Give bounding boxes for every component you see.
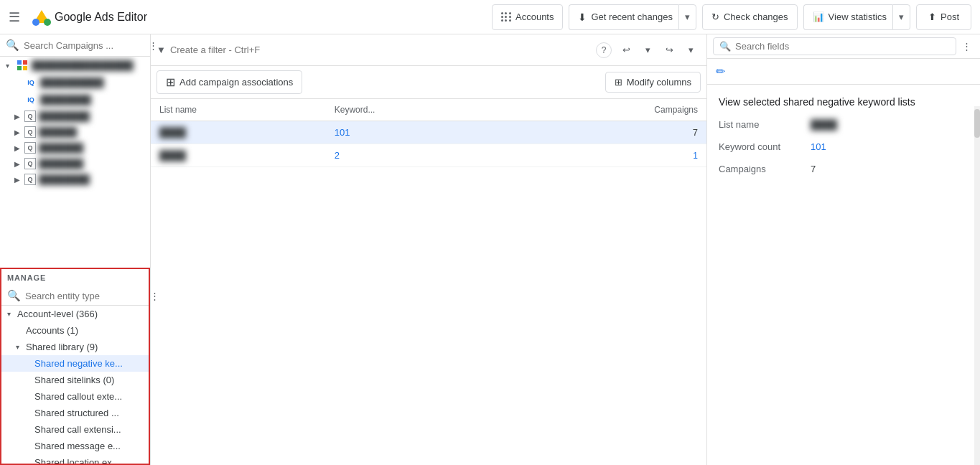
cell-keyword-count: 101 (326, 121, 512, 144)
field-list-name-label: List name (719, 119, 805, 130)
manage-shared-sitelinks[interactable]: Shared sitelinks (0) (1, 372, 149, 388)
cell-list-name: ████ (151, 144, 326, 167)
table-header: List name Keyword... Campaigns (151, 99, 706, 121)
manage-item-label: Account-level (366) (17, 309, 98, 319)
filter-icon: ▼ (157, 44, 166, 55)
manage-shared-library[interactable]: ▾ Shared library (9) (1, 339, 149, 355)
center-content: ▼ ? ↩ ▾ ↪ ▾ ⊞ Add campaign associations … (151, 34, 707, 465)
table-row[interactable]: ████ 2 1 (151, 144, 706, 167)
right-search-input[interactable] (735, 41, 950, 52)
tree-item-1[interactable]: IQ ██████████ (0, 74, 150, 91)
iq-icon-2: IQ (24, 93, 37, 106)
table-body: ████ 101 7 ████ 2 1 (151, 121, 706, 167)
sidebar-search-input[interactable] (24, 40, 144, 51)
grid-icon (16, 59, 29, 72)
svg-rect-5 (23, 66, 27, 70)
right-panel-toolbar: 🔍 ⋮ (707, 34, 980, 59)
redo-dropdown-icon[interactable]: ▾ (681, 40, 701, 60)
iq-icon: IQ (24, 76, 37, 89)
tree-arrow-icon: ▶ (14, 176, 24, 184)
manage-item-label: Shared structured ... (34, 408, 119, 418)
help-icon[interactable]: ? (596, 42, 612, 58)
get-recent-changes-button[interactable]: ⬇ Get recent changes ▾ (569, 4, 696, 30)
filter-input[interactable] (170, 44, 592, 55)
svg-rect-4 (17, 66, 22, 70)
table-container: List name Keyword... Campaigns ████ 101 … (151, 99, 706, 465)
manage-item-label: Shared location ex... (34, 457, 120, 464)
filter-actions: ↩ ▾ ↪ ▾ (616, 40, 701, 60)
field-keyword-count-label: Keyword count (719, 141, 805, 152)
tree-item-5[interactable]: ▶ Q ███████ (0, 140, 150, 156)
redo-icon[interactable]: ↪ (659, 40, 679, 60)
right-panel-more-icon[interactable]: ⋮ (959, 38, 974, 55)
tree-item-2[interactable]: IQ ████████ (0, 91, 150, 108)
manage-shared-callout[interactable]: Shared callout exte... (1, 388, 149, 405)
add-campaign-associations-button[interactable]: ⊞ Add campaign associations (157, 70, 302, 94)
top-nav: ☰ Google Ads Editor Accounts ⬇ Get recen… (0, 0, 980, 34)
left-sidebar: 🔍 ⋮ ▾ ████████████████ (0, 34, 151, 465)
tree-arrow-icon: ▶ (14, 144, 24, 152)
field-campaigns-label: Campaigns (719, 164, 805, 174)
post-button[interactable]: ⬆ Post (916, 4, 971, 30)
manage-accounts[interactable]: Accounts (1) (1, 322, 149, 339)
tree-item-4[interactable]: ▶ Q ██████ (0, 124, 150, 140)
field-keyword-count-value: 101 (811, 141, 826, 152)
manage-arrow-icon: ▾ (16, 343, 26, 351)
accounts-dots-icon (501, 12, 511, 22)
svg-rect-3 (23, 60, 27, 65)
manage-item-label: Shared callout exte... (34, 391, 122, 402)
q-icon-5: Q (24, 174, 36, 185)
manage-item-label: Shared call extensi... (34, 424, 121, 435)
tree-item-1-label: ██████████ (40, 78, 104, 88)
hamburger-menu-icon[interactable]: ☰ (9, 9, 20, 25)
right-panel-title: View selected shared negative keyword li… (707, 85, 980, 113)
svg-point-0 (44, 19, 51, 26)
sidebar-search-row: 🔍 ⋮ (0, 34, 150, 57)
manage-shared-negative-keywords[interactable]: Shared negative ke... (1, 355, 149, 372)
data-table: List name Keyword... Campaigns ████ 101 … (151, 99, 706, 167)
right-panel: 🔍 ⋮ ✏ View selected shared negative keyw… (707, 34, 980, 465)
refresh-icon: ↻ (711, 11, 719, 22)
tree-arrow-icon: ▶ (14, 128, 24, 136)
main-area: 🔍 ⋮ ▾ ████████████████ (0, 34, 980, 465)
manage-shared-structured[interactable]: Shared structured ... (1, 405, 149, 421)
field-campaigns-value: 7 (811, 164, 816, 174)
field-list-name-value: ████ (811, 119, 837, 130)
manage-shared-message[interactable]: Shared message e... (1, 438, 149, 454)
tree-item-root[interactable]: ▾ ████████████████ (0, 57, 150, 74)
tree-item-root-label: ████████████████ (32, 60, 134, 70)
right-scrollbar[interactable] (974, 106, 980, 465)
col-campaigns: Campaigns (511, 99, 706, 121)
manage-header: MANAGE (1, 269, 149, 286)
tree-item-7-label: ████████ (39, 174, 90, 184)
field-campaigns: Campaigns 7 (707, 158, 980, 180)
undo-dropdown-icon[interactable]: ▾ (638, 40, 658, 60)
manage-search-input[interactable] (25, 291, 146, 301)
manage-arrow-icon: ▾ (7, 310, 17, 318)
tree-item-2-label: ████████ (40, 95, 91, 105)
col-keyword-count: Keyword... (326, 99, 512, 121)
col-list-name: List name (151, 99, 326, 121)
check-changes-button[interactable]: ↻ Check changes (702, 4, 798, 30)
manage-item-label: Shared message e... (34, 441, 121, 451)
field-keyword-count: Keyword count 101 (707, 136, 980, 158)
manage-item-label: Shared sitelinks (0) (34, 375, 114, 385)
manage-shared-call[interactable]: Shared call extensi... (1, 421, 149, 438)
accounts-button[interactable]: Accounts (492, 4, 563, 30)
tree-item-6[interactable]: ▶ Q ███████ (0, 156, 150, 172)
manage-account-level[interactable]: ▾ Account-level (366) (1, 306, 149, 322)
table-row[interactable]: ████ 101 7 (151, 121, 706, 144)
modify-columns-button[interactable]: ⊞ Modify columns (605, 72, 701, 93)
right-scrollbar-thumb[interactable] (974, 109, 980, 138)
tree-item-6-label: ███████ (39, 159, 83, 169)
tree-item-7[interactable]: ▶ Q ████████ (0, 172, 150, 187)
undo-icon[interactable]: ↩ (616, 40, 636, 60)
manage-tree: ▾ Account-level (366) Accounts (1) ▾ Sha… (1, 306, 149, 464)
view-statistics-button[interactable]: 📊 View statistics ▾ (803, 4, 910, 30)
manage-shared-location[interactable]: Shared location ex... (1, 454, 149, 464)
manage-search-row: 🔍 ⋮ (1, 286, 149, 306)
manage-item-label: Shared library (9) (26, 342, 98, 352)
cell-keyword-count: 2 (326, 144, 512, 167)
edit-pencil-icon[interactable]: ✏ (716, 65, 725, 78)
tree-item-3[interactable]: ▶ Q ████████ (0, 108, 150, 124)
